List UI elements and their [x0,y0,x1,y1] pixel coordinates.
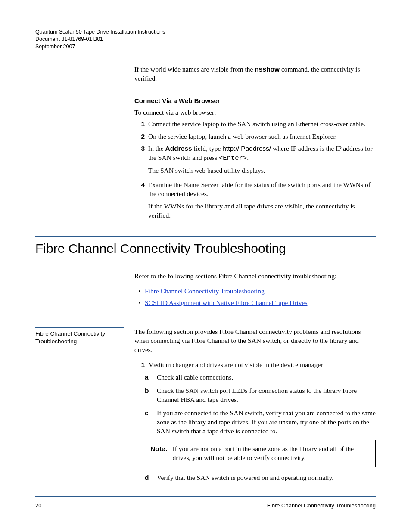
link-fc-troubleshooting[interactable]: Fibre Channel Connectivity Troubleshooti… [145,287,265,296]
section-lead: Refer to the following sections Fibre Ch… [134,272,376,281]
web-steps-list-cont: 4 Examine the Name Server table for the … [134,180,376,199]
link-scsi-id[interactable]: SCSI ID Assignment with Native Fibre Cha… [145,299,307,308]
sidebar: Fibre Channel Connectivity Troubleshooti… [35,327,124,487]
sidebar-divider [35,327,124,328]
step-marker: 4 [134,180,148,199]
section-intro: Refer to the following sections Fibre Ch… [134,272,376,308]
note-text: If you are not on a port in the same zon… [173,445,370,463]
res-text: Verify that the SAN switch is powered on… [157,473,376,482]
res-a: a Check all cable connections. [145,373,376,382]
header-line-1: Quantum Scalar 50 Tape Drive Installatio… [35,28,376,36]
resolution-list: a Check all cable connections. b Check t… [145,373,376,436]
step-3: 3 In the Address field, type http://IPad… [134,144,376,163]
step-text: On the service laptop, launch a web brow… [148,132,376,141]
step-4: 4 Examine the Name Server table for the … [134,180,376,199]
problem-text: Medium changer and drives are not visibl… [148,361,376,370]
alpha-marker: b [145,386,157,404]
enter-key: <Enter> [219,154,247,162]
sidebar-title: Fibre Channel Connectivity Troubleshooti… [35,330,124,345]
text: field, type [192,145,223,152]
text: If the world wide names are visible from… [134,65,255,73]
url-text: http://IPaddress/ [222,145,271,152]
step-1: 1 Connect the service laptop to the SAN … [134,120,376,129]
ts-lead: The following section provides Fibre Cha… [134,327,376,355]
res-text: Check the SAN switch port LEDs for conne… [157,386,376,404]
section-links-list: • Fibre Channel Connectivity Troubleshoo… [134,287,376,308]
header-line-2: Document 81-81769-01 B01 [35,36,376,43]
note-box: Note: If you are not on a port in the sa… [145,440,376,467]
step-marker: 1 [134,120,148,129]
step-text: In the Address field, type http://IPaddr… [148,144,376,163]
step-2: 2 On the service laptop, launch a web br… [134,132,376,141]
step-marker: 2 [134,132,148,141]
page-number: 20 [35,502,41,510]
wwn-paragraph: If the world wide names are visible from… [134,65,376,83]
step-4-after: If the WWNs for the library and all tape… [148,202,376,220]
footer-title: Fibre Channel Connectivity Troubleshooti… [267,502,376,510]
note-label: Note: [150,445,168,463]
sidebar-section: Fibre Channel Connectivity Troubleshooti… [35,327,376,487]
page: Quantum Scalar 50 Tape Drive Installatio… [0,0,411,532]
step-marker: 3 [134,144,148,163]
connect-web-lead: To connect via a web browser: [134,108,376,117]
text: In the [148,145,165,152]
step-text: Connect the service laptop to the SAN sw… [148,120,376,129]
problem-1: 1 Medium changer and drives are not visi… [134,361,376,370]
link-item-1: • Fibre Channel Connectivity Troubleshoo… [134,287,376,296]
resolution-list-cont: d Verify that the SAN switch is powered … [145,473,376,482]
link-item-2: • SCSI ID Assignment with Native Fibre C… [134,299,376,308]
problem-list: 1 Medium changer and drives are not visi… [134,361,376,370]
nsshow-command: nsshow [255,65,280,73]
section-divider [35,236,376,237]
address-label: Address [165,145,192,152]
footer-row: 20 Fibre Channel Connectivity Troublesho… [35,502,376,510]
res-text: If you are connected to the SAN switch, … [157,409,376,436]
connect-web-subhead: Connect Via a Web Browser [134,96,376,105]
res-c: c If you are connected to the SAN switch… [145,409,376,436]
res-text: Check all cable connections. [157,373,376,382]
page-footer: 20 Fibre Channel Connectivity Troublesho… [35,496,376,510]
step-marker: 1 [134,361,148,370]
header-line-3: September 2007 [35,43,376,50]
footer-divider [35,496,376,497]
bullet-icon: • [134,299,145,308]
step-text: Examine the Name Server table for the st… [148,180,376,199]
alpha-marker: d [145,473,157,482]
alpha-marker: a [145,373,157,382]
page-header: Quantum Scalar 50 Tape Drive Installatio… [35,28,376,50]
alpha-marker: c [145,409,157,436]
troubleshooting-body: The following section provides Fibre Cha… [134,327,376,487]
res-b: b Check the SAN switch port LEDs for con… [145,386,376,404]
res-d: d Verify that the SAN switch is powered … [145,473,376,482]
text: . [247,154,249,161]
bullet-icon: • [134,287,145,296]
web-steps-list: 1 Connect the service laptop to the SAN … [134,120,376,163]
content-upper: If the world wide names are visible from… [134,65,376,220]
section-title: Fibre Channel Connectivity Troubleshooti… [35,240,376,258]
step-3-after: The SAN switch web based utility display… [148,166,376,175]
